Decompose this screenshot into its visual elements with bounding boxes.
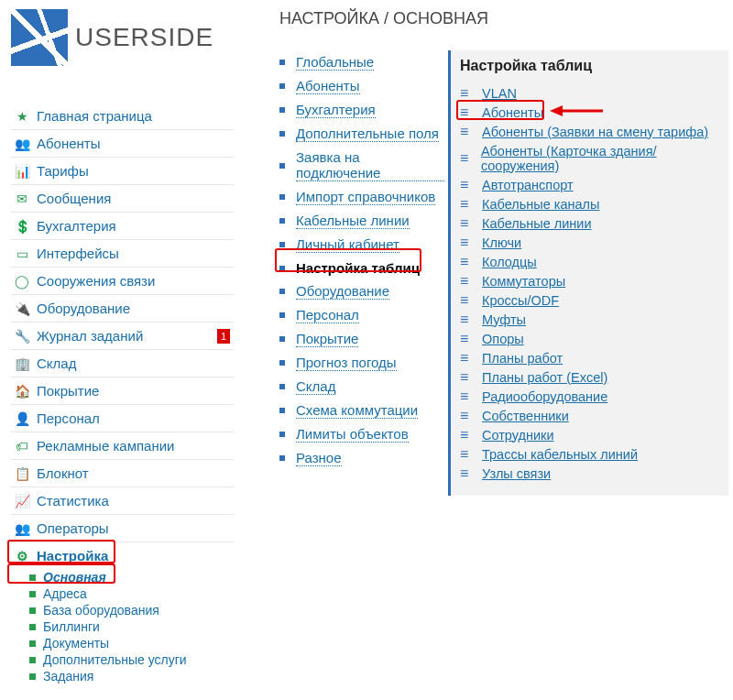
settings-category-12[interactable]: Прогноз погоды — [279, 351, 444, 375]
nav-label: Покрытие — [37, 383, 99, 399]
nav-label: Сооружения связи — [37, 273, 155, 289]
settings-category-16[interactable]: Разное — [279, 446, 444, 470]
nav-icon: ★ — [15, 109, 29, 124]
table-config-item-11[interactable]: ≡Муфты — [460, 310, 719, 329]
nav-item-14[interactable]: 📈Статистика — [11, 487, 234, 515]
square-bullet-icon — [279, 266, 285, 271]
list-icon: ≡ — [460, 447, 476, 462]
nav-badge: 1 — [217, 329, 230, 344]
sub-item-label: Адреса — [43, 586, 87, 601]
sub-item-label: База оборудования — [43, 603, 159, 618]
settings-category-15[interactable]: Лимиты объектов — [279, 422, 444, 446]
table-config-item-15[interactable]: ≡Радиооборудование — [460, 387, 719, 406]
table-config-item-7[interactable]: ≡Ключи — [460, 233, 719, 252]
settings-category-label: Схема коммутации — [296, 402, 418, 419]
list-icon: ≡ — [460, 466, 476, 481]
nav-item-8[interactable]: 🔧Журнал заданий1 — [11, 323, 234, 350]
table-config-item-3[interactable]: ≡Абоненты (Карточка здания/сооружения) — [460, 141, 719, 175]
list-icon: ≡ — [460, 293, 476, 308]
settings-sub-item-6[interactable]: Задания — [29, 668, 234, 684]
settings-sub-item-1[interactable]: Адреса — [29, 585, 234, 602]
table-config-item-12[interactable]: ≡Опоры — [460, 329, 719, 348]
nav-item-10[interactable]: 🏠Покрытие — [11, 377, 234, 405]
nav-item-4[interactable]: 💲Бухгалтерия — [11, 213, 234, 240]
settings-category-11[interactable]: Покрытие — [279, 327, 444, 351]
settings-category-8[interactable]: Настройка таблиц — [279, 257, 444, 279]
tables-panel-title: Настройка таблиц — [460, 58, 719, 74]
nav-icon: 👤 — [15, 411, 29, 426]
table-config-item-4[interactable]: ≡Автотранспорт — [460, 175, 719, 194]
bullet-icon — [29, 591, 36, 597]
square-bullet-icon — [279, 432, 285, 437]
nav-item-15[interactable]: 👥Операторы — [11, 515, 234, 542]
table-config-item-19[interactable]: ≡Узлы связи — [460, 464, 719, 483]
table-config-label: Абоненты (Карточка здания/сооружения) — [481, 144, 719, 173]
settings-category-label: Лимиты объектов — [296, 426, 409, 443]
square-bullet-icon — [279, 131, 285, 137]
settings-category-label: Глобальные — [296, 54, 374, 71]
square-bullet-icon — [279, 312, 285, 318]
list-icon: ≡ — [460, 312, 476, 327]
table-config-item-14[interactable]: ≡Планы работ (Excel) — [460, 367, 719, 387]
settings-category-label: Заявка на подключение — [296, 149, 444, 181]
table-config-item-5[interactable]: ≡Кабельные каналы — [460, 194, 719, 213]
nav-label: Журнал заданий — [37, 328, 143, 344]
nav-label: Интерфейсы — [37, 246, 119, 261]
table-config-label: Автотранспорт — [482, 178, 574, 192]
sub-item-label: Основная — [43, 570, 106, 585]
nav-item-5[interactable]: ▭Интерфейсы — [11, 240, 234, 268]
nav-item-6[interactable]: ◯Сооружения связи — [11, 268, 234, 295]
nav-item-9[interactable]: 🏢Склад — [11, 350, 234, 377]
settings-category-5[interactable]: Импорт справочников — [279, 185, 444, 209]
table-config-item-10[interactable]: ≡Кроссы/ODF — [460, 290, 719, 310]
tables-panel: Настройка таблиц ≡VLAN≡Абоненты≡Абоненты… — [448, 50, 728, 496]
settings-category-7[interactable]: Личный кабинет — [279, 233, 444, 257]
table-config-item-18[interactable]: ≡Трассы кабельных линий — [460, 444, 719, 464]
nav-icon: 🔧 — [15, 329, 29, 344]
settings-sub-item-2[interactable]: База оборудования — [29, 602, 234, 618]
settings-category-1[interactable]: Абоненты — [279, 74, 444, 98]
table-config-item-16[interactable]: ≡Собственники — [460, 406, 719, 425]
settings-sub-item-5[interactable]: Дополнительные услуги — [29, 651, 234, 668]
breadcrumb: НАСТРОЙКА / ОСНОВНАЯ — [279, 9, 733, 28]
settings-category-0[interactable]: Глобальные — [279, 50, 444, 74]
table-config-item-13[interactable]: ≡Планы работ — [460, 348, 719, 367]
settings-category-10[interactable]: Персонал — [279, 303, 444, 327]
nav-label: Персонал — [37, 410, 100, 426]
table-config-item-9[interactable]: ≡Коммутаторы — [460, 271, 719, 290]
settings-category-label: Абоненты — [296, 78, 360, 94]
table-config-item-6[interactable]: ≡Кабельные линии — [460, 213, 719, 233]
settings-category-2[interactable]: Бухгалтерия — [279, 98, 444, 122]
table-config-item-8[interactable]: ≡Колодцы — [460, 252, 719, 271]
nav-icon: ✉ — [15, 191, 29, 206]
nav-item-0[interactable]: ★Главная страница — [11, 103, 234, 130]
list-icon: ≡ — [460, 274, 476, 289]
settings-category-4[interactable]: Заявка на подключение — [279, 146, 444, 185]
square-bullet-icon — [279, 242, 285, 247]
nav-item-16[interactable]: ⚙Настройка — [11, 542, 234, 569]
nav-item-11[interactable]: 👤Персонал — [11, 405, 234, 432]
table-config-item-17[interactable]: ≡Сотрудники — [460, 425, 719, 444]
settings-category-3[interactable]: Дополнительные поля — [279, 122, 444, 146]
settings-category-6[interactable]: Кабельные линии — [279, 209, 444, 233]
settings-category-13[interactable]: Склад — [279, 375, 444, 399]
settings-category-14[interactable]: Схема коммутации — [279, 399, 444, 422]
nav-item-3[interactable]: ✉Сообщения — [11, 185, 234, 213]
brand-logo[interactable]: USERSIDE — [11, 9, 234, 66]
settings-sub-item-0[interactable]: Основная — [29, 569, 234, 585]
nav-item-13[interactable]: 📋Блокнот — [11, 460, 234, 487]
nav-item-12[interactable]: 🏷Рекламные кампании — [11, 432, 234, 460]
settings-sub-item-4[interactable]: Документы — [29, 635, 234, 651]
table-config-item-2[interactable]: ≡Абоненты (Заявки на смену тарифа) — [460, 122, 719, 141]
settings-category-9[interactable]: Оборудование — [279, 279, 444, 303]
nav-item-7[interactable]: 🔌Оборудование — [11, 295, 234, 323]
nav-label: Бухгалтерия — [37, 218, 116, 234]
nav-item-1[interactable]: 👥Абоненты — [11, 130, 234, 158]
table-config-item-1[interactable]: ≡Абоненты — [460, 103, 719, 122]
nav-item-2[interactable]: 📊Тарифы — [11, 158, 234, 185]
settings-sub-item-3[interactable]: Биллинги — [29, 618, 234, 635]
nav-label: Статистика — [37, 493, 109, 509]
nav-icon: ⚙ — [15, 549, 29, 563]
table-config-item-0[interactable]: ≡VLAN — [460, 83, 719, 103]
list-icon: ≡ — [460, 178, 476, 192]
